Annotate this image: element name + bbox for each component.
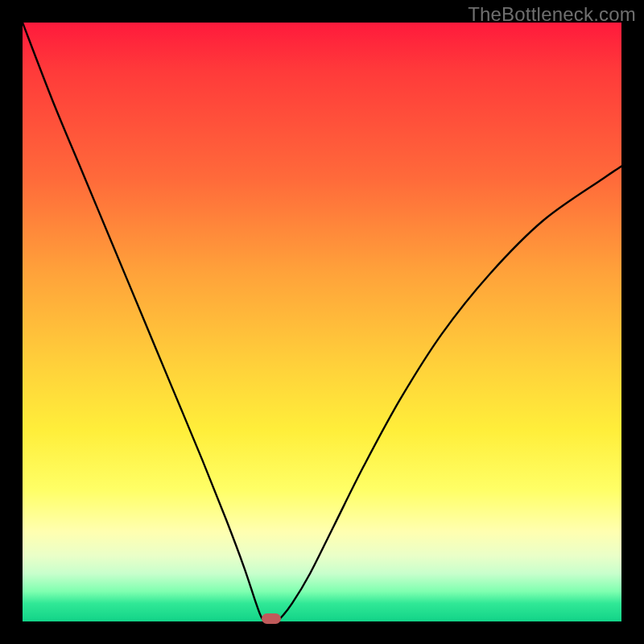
plot-area (23, 23, 621, 621)
chart-frame: TheBottleneck.com (0, 0, 644, 644)
watermark-text: TheBottleneck.com (468, 3, 636, 26)
bottleneck-curve (23, 23, 621, 621)
optimal-marker (262, 613, 281, 624)
